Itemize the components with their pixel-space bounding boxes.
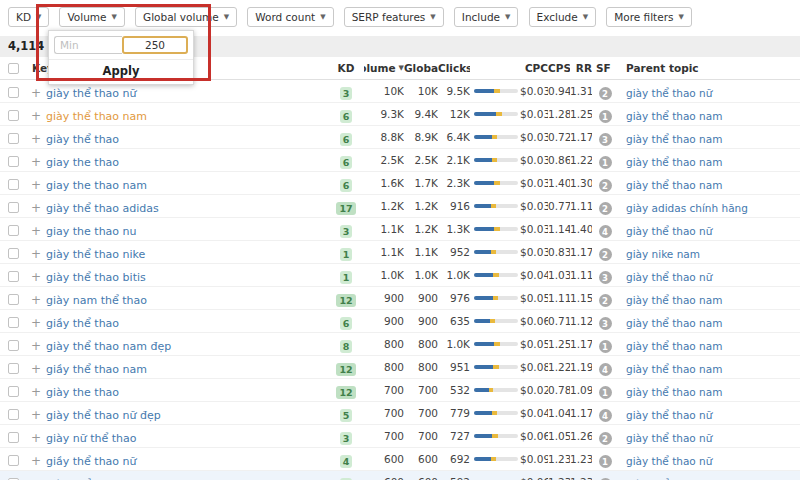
keyword-link[interactable]: giày thể thao <box>46 133 119 146</box>
row-checkbox[interactable] <box>8 340 19 351</box>
parent-topic-link[interactable]: giày thể thao nam <box>626 179 722 191</box>
serp-features-badge[interactable]: 2 <box>599 248 612 261</box>
expand-plus-icon[interactable]: + <box>31 224 41 238</box>
filter-button-volume[interactable]: Volume▼ <box>59 7 124 27</box>
expand-plus-icon[interactable]: + <box>31 109 41 123</box>
parent-topic-link[interactable]: giày thể thao nam <box>626 156 722 168</box>
serp-features-badge[interactable]: 2 <box>599 294 612 307</box>
header-cps[interactable]: CPS <box>548 62 570 74</box>
volume-min-input[interactable] <box>54 36 122 54</box>
row-checkbox[interactable] <box>8 110 19 121</box>
serp-features-badge[interactable]: 4 <box>599 409 612 422</box>
row-checkbox[interactable] <box>8 271 19 282</box>
serp-features-badge[interactable]: 4 <box>599 225 612 238</box>
row-checkbox[interactable] <box>8 386 19 397</box>
keyword-link[interactable]: giày thể thao nike <box>46 248 145 261</box>
serp-features-badge[interactable]: 3 <box>599 133 612 146</box>
row-checkbox[interactable] <box>8 156 19 167</box>
keyword-link[interactable]: giày thể thao nam đẹp <box>46 340 171 353</box>
parent-topic-link[interactable]: giày thể thao nam <box>626 317 722 329</box>
expand-plus-icon[interactable]: + <box>31 316 41 330</box>
serp-features-badge[interactable]: 2 <box>599 87 612 100</box>
parent-topic-link[interactable]: giày thể thao nam <box>626 110 722 122</box>
expand-plus-icon[interactable]: + <box>31 270 41 284</box>
expand-plus-icon[interactable]: + <box>31 247 41 261</box>
expand-plus-icon[interactable]: + <box>31 155 41 169</box>
row-checkbox[interactable] <box>8 179 19 190</box>
row-checkbox[interactable] <box>8 225 19 236</box>
parent-topic-link[interactable]: giày thể thao nữ <box>626 455 712 467</box>
keyword-link[interactable]: giày thể thao nữ <box>46 87 137 100</box>
keyword-link[interactable]: giầy thể thao <box>46 317 119 330</box>
serp-features-badge[interactable]: 1 <box>599 386 612 399</box>
row-checkbox[interactable] <box>8 87 19 98</box>
row-checkbox[interactable] <box>8 133 19 144</box>
keyword-link[interactable]: giày thể thao nữ đẹp <box>46 409 161 422</box>
header-cpc[interactable]: CPC <box>520 62 548 74</box>
row-checkbox[interactable] <box>8 455 19 466</box>
apply-button[interactable]: Apply <box>49 59 193 84</box>
header-volume[interactable]: Volume▼ <box>364 62 404 74</box>
keyword-link[interactable]: giày nữ thể thao <box>46 432 137 445</box>
filter-button-global-volume[interactable]: Global volume▼ <box>135 7 237 27</box>
parent-topic-link[interactable]: giày thể thao nữ <box>626 409 712 421</box>
expand-plus-icon[interactable]: + <box>31 431 41 445</box>
row-checkbox[interactable] <box>8 432 19 443</box>
expand-plus-icon[interactable]: + <box>31 293 41 307</box>
expand-plus-icon[interactable]: + <box>31 385 41 399</box>
keyword-link[interactable]: giay the thao <box>46 156 119 169</box>
header-rr[interactable]: RR <box>570 62 592 74</box>
expand-plus-icon[interactable]: + <box>31 339 41 353</box>
serp-features-badge[interactable]: 2 <box>599 202 612 215</box>
serp-features-badge[interactable]: 1 <box>599 340 612 353</box>
header-parent-topic[interactable]: Parent topic <box>618 62 800 74</box>
select-all-checkbox[interactable] <box>8 63 19 74</box>
parent-topic-link[interactable]: giày thể thao nam <box>626 386 722 398</box>
header-sf[interactable]: SF <box>592 62 618 74</box>
filter-button-exclude[interactable]: Exclude▼ <box>529 7 597 27</box>
serp-features-badge[interactable]: 1 <box>599 156 612 169</box>
keyword-link[interactable]: giày thể thao bitis <box>46 271 146 284</box>
serp-features-badge[interactable]: 1 <box>599 455 612 468</box>
parent-topic-link[interactable]: giày thể thao nam <box>626 340 722 352</box>
row-checkbox[interactable] <box>8 248 19 259</box>
row-checkbox[interactable] <box>8 317 19 328</box>
header-clicks[interactable]: Clicks <box>438 62 470 74</box>
filter-button-word-count[interactable]: Word count▼ <box>247 7 333 27</box>
expand-plus-icon[interactable]: + <box>31 362 41 376</box>
expand-plus-icon[interactable]: + <box>31 178 41 192</box>
parent-topic-link[interactable]: giày thể thao nữ <box>626 432 712 444</box>
keyword-link[interactable]: giay the thao nam <box>46 179 147 192</box>
keyword-link[interactable]: giày thể thao nam <box>46 110 147 123</box>
expand-plus-icon[interactable]: + <box>31 408 41 422</box>
volume-value-input[interactable] <box>122 36 188 54</box>
parent-topic-link[interactable]: giày thể thao nữ <box>626 225 712 237</box>
filter-button-kd[interactable]: KD▼ <box>8 7 49 27</box>
filter-button-include[interactable]: Include▼ <box>454 7 519 27</box>
parent-topic-link[interactable]: giày thể thao nam <box>626 363 722 375</box>
header-global[interactable]: Global <box>404 62 438 74</box>
parent-topic-link[interactable]: giày thể thao nữ <box>626 271 712 283</box>
row-checkbox[interactable] <box>8 409 19 420</box>
keyword-link[interactable]: giày nam thể thao <box>46 294 147 307</box>
row-checkbox[interactable] <box>8 202 19 213</box>
parent-topic-link[interactable]: giày thể thao nam <box>626 294 722 306</box>
header-kd[interactable]: KD <box>328 62 364 74</box>
row-checkbox[interactable] <box>8 294 19 305</box>
keyword-link[interactable]: giay the thao nu <box>46 225 137 238</box>
parent-topic-link[interactable]: giày thể thao nữ <box>626 87 712 99</box>
serp-features-badge[interactable]: 1 <box>599 110 612 123</box>
parent-topic-link[interactable]: giày adidas chính hãng <box>626 202 748 214</box>
expand-plus-icon[interactable]: + <box>31 477 41 480</box>
parent-topic-link[interactable]: giày nike nam <box>626 248 700 260</box>
serp-features-badge[interactable]: 4 <box>599 363 612 376</box>
serp-features-badge[interactable]: 2 <box>599 179 612 192</box>
expand-plus-icon[interactable]: + <box>31 454 41 468</box>
serp-features-badge[interactable]: 3 <box>599 317 612 330</box>
keyword-link[interactable]: giầy thể thao nữ <box>46 455 137 468</box>
row-checkbox[interactable] <box>8 363 19 374</box>
serp-features-badge[interactable]: 3 <box>599 271 612 284</box>
filter-button-serp-features[interactable]: SERP features▼ <box>344 7 444 27</box>
filter-button-more-filters[interactable]: More filters▼ <box>606 7 692 27</box>
keyword-link[interactable]: giầy thể thao nam <box>46 363 147 376</box>
